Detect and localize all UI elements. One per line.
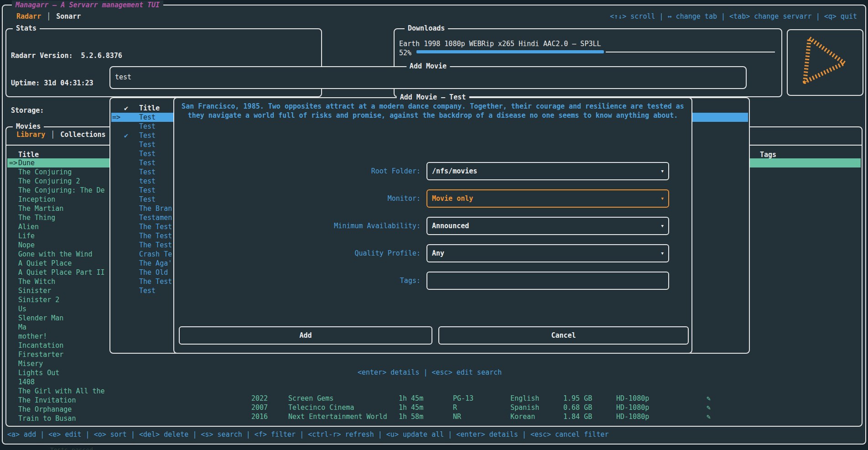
movie-title: Incantation: [18, 341, 63, 350]
storage-label: Storage:: [11, 106, 122, 115]
result-title: Crash Te: [139, 250, 172, 259]
movie-studio: Screen Gems: [288, 394, 333, 403]
movie-title: A Quiet Place: [18, 259, 72, 268]
root-folder-select[interactable]: /nfs/movies ▼: [426, 162, 669, 180]
download-percent: 52%: [399, 48, 411, 58]
movie-detail-row[interactable]: 2007 Telecinco Cinema 1h 45m R Spanish 0…: [6, 403, 862, 412]
movie-year: 2007: [251, 403, 268, 412]
cancel-button[interactable]: Cancel: [438, 326, 689, 345]
add-movie-dialog: Add Movie – Test San Francisco, 1985. Tw…: [173, 97, 692, 354]
add-movie-search-box[interactable]: Add Movie test: [109, 66, 747, 89]
movie-size: 1.84 GB: [563, 412, 592, 421]
download-progress-bar: [416, 50, 777, 54]
edit-pencil-icon[interactable]: ✎: [707, 403, 711, 412]
movie-runtime: 1h 45m: [399, 394, 423, 403]
movie-quality: HD-1080p: [616, 394, 649, 403]
movie-title: Us: [18, 304, 26, 314]
chevron-down-icon: ▼: [661, 218, 664, 234]
bottom-keybindings: <a> add | <e> edit | <o> sort | <del> de…: [7, 430, 609, 439]
movie-title: Slender Man: [18, 314, 63, 323]
top-keybindings: <↑↓> scroll | ↔ change tab | <tab> chang…: [610, 12, 857, 21]
movie-title: Firestarter: [18, 350, 63, 359]
movie-title: The Witch: [18, 277, 55, 286]
quality-profile-row: Quality Profile: Any ▼: [174, 244, 691, 262]
result-title: Test: [139, 195, 156, 204]
root-folder-label: Root Folder:: [174, 162, 421, 180]
tab-collections[interactable]: Collections: [60, 131, 105, 139]
result-title: The Test: [139, 222, 172, 231]
add-button[interactable]: Add: [179, 326, 432, 345]
managarr-play-logo-icon: [800, 36, 852, 91]
servarr-tabs: Radarr│Sonarr: [16, 12, 81, 21]
movie-title: The Thing: [18, 213, 55, 222]
movies-tabs: Library│Collections│: [16, 130, 121, 139]
result-title: Test: [139, 158, 156, 167]
selection-marker: =>: [9, 158, 17, 167]
movie-title: Sinister 2: [18, 295, 59, 304]
chevron-down-icon: ▼: [661, 190, 664, 207]
radarr-version: Radarr Version: 5.2.6.8376: [11, 51, 122, 60]
movie-title: A Quiet Place Part II: [18, 268, 105, 277]
movie-title: Dune: [18, 158, 35, 167]
result-title: Test: [139, 286, 156, 295]
movie-year: 2022: [251, 394, 268, 403]
checkmark-icon: ✔: [124, 104, 128, 113]
result-title: The Aga': [139, 259, 172, 268]
result-title: Test: [139, 186, 156, 195]
add-movie-search-title: Add Movie: [406, 62, 450, 71]
tags-input[interactable]: [426, 272, 669, 290]
movie-studio: Telecinco Cinema: [288, 403, 354, 412]
tags-label: Tags:: [174, 272, 421, 290]
uptime: Uptime: 31d 04:31:23: [11, 78, 122, 88]
tab-separator: │: [45, 131, 60, 139]
edit-pencil-icon[interactable]: ✎: [707, 394, 711, 403]
result-title: Test: [139, 122, 156, 131]
movie-title: Gone with the Wind: [18, 250, 93, 259]
tab-library[interactable]: Library: [16, 131, 45, 139]
movie-certification: PG-13: [453, 394, 473, 403]
movie-title: Alien: [18, 222, 39, 231]
tags-row: Tags:: [174, 272, 691, 290]
minimum-availability-select[interactable]: Announced ▼: [426, 217, 669, 235]
result-title: Test: [139, 149, 156, 158]
add-movie-search-input[interactable]: test: [115, 73, 131, 82]
result-title: The Test: [139, 277, 172, 286]
movie-runtime: 1h 58m: [399, 412, 423, 421]
movie-row[interactable]: 1408: [7, 377, 861, 387]
movie-detail-row[interactable]: 2016 Next Entertainment World 1h 58m NR …: [6, 412, 862, 421]
result-title: Test: [139, 113, 156, 122]
background-terminal-fragment: Tests passed: [50, 445, 93, 450]
movie-row[interactable]: Misery: [7, 359, 861, 368]
result-title: The Old: [139, 268, 168, 277]
movie-detail-row[interactable]: 2022 Screen Gems 1h 45m PG-13 English 1.…: [6, 394, 862, 403]
result-title: Testamen: [139, 213, 172, 222]
stats-panel-title: Stats: [13, 24, 40, 33]
movie-title: Nope: [18, 241, 35, 250]
selection-marker: =>: [112, 113, 120, 122]
monitor-row: Monitor: Movie only ▼: [174, 189, 691, 208]
movies-panel-title: Movies: [13, 122, 44, 131]
movie-language: Spanish: [510, 403, 539, 412]
edit-pencil-icon[interactable]: ✎: [707, 412, 711, 421]
tab-radarr[interactable]: Radarr: [16, 12, 41, 21]
movie-title: mother!: [18, 332, 47, 341]
monitor-select[interactable]: Movie only ▼: [426, 189, 669, 208]
app-title: Managarr – A Servarr management TUI: [12, 0, 163, 10]
result-title: Test: [139, 131, 156, 140]
minimum-availability-row: Minimum Availability: Announced ▼: [174, 217, 691, 235]
movie-title: The Conjuring: [18, 167, 72, 177]
movie-language: Korean: [510, 412, 535, 421]
result-title: Test: [139, 167, 156, 177]
result-title: The Test: [139, 231, 172, 241]
movie-title: Life: [18, 231, 35, 241]
downloads-panel-title: Downloads: [405, 24, 448, 33]
results-header-title: Title: [139, 104, 160, 113]
tab-sonarr[interactable]: Sonarr: [56, 12, 81, 21]
movie-certification: NR: [453, 412, 461, 421]
dialog-title: Add Movie – Test: [397, 93, 469, 102]
added-checkmark-icon: ✔: [124, 131, 128, 140]
result-title: The Bran: [139, 204, 172, 213]
quality-profile-select[interactable]: Any ▼: [426, 244, 669, 262]
result-title: test: [139, 177, 156, 186]
movie-description: San Francisco, 1985. Two opposites attra…: [179, 102, 687, 120]
